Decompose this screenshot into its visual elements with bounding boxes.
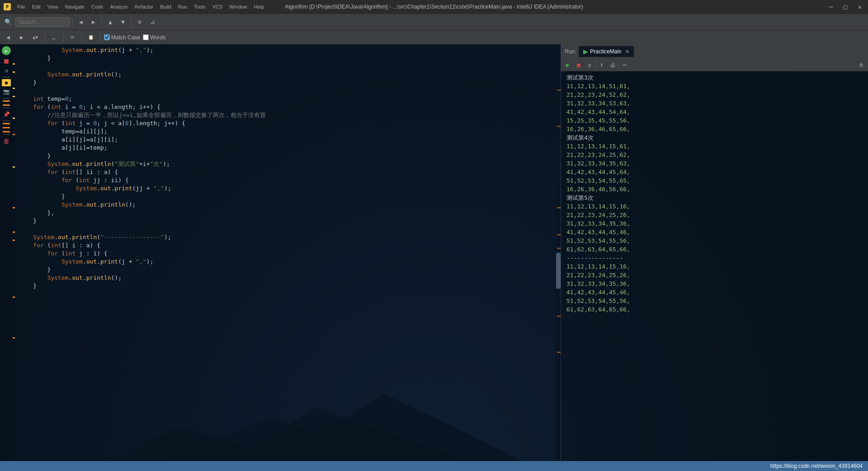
words-label: Words — [150, 34, 165, 41]
output-line: 11,12,13,14,15,16, — [566, 262, 863, 271]
output-line: 测试第4次 — [566, 133, 863, 142]
find-more-button[interactable]: … — [48, 32, 59, 43]
gutter-sep-3 — [3, 108, 10, 108]
mark-yellow-1 — [13, 63, 15, 65]
code-editor[interactable]: System.out.print(j + ","); } System.out.… — [15, 44, 555, 461]
bookmark-marker[interactable]: ■ — [2, 79, 11, 86]
find-format-button[interactable]: ⟳ — [67, 32, 78, 43]
run-button[interactable]: ▶ — [2, 46, 11, 55]
code-line-27: System.out.print(j + ","); — [19, 258, 552, 266]
words-checkbox[interactable] — [143, 34, 149, 40]
code-line-1: System.out.print(j + ","); — [19, 46, 552, 54]
delete-button[interactable]: 🗑 — [2, 137, 11, 146]
run-tab-close[interactable]: ✕ — [625, 49, 629, 55]
find-next-button[interactable]: ▶ — [16, 32, 27, 43]
run-restart-button[interactable]: ↺ — [585, 60, 594, 70]
code-line-11: temp=a[i][j]; — [19, 127, 552, 136]
find-separator-2 — [63, 33, 63, 42]
editor-scrollbar-track[interactable] — [556, 44, 561, 461]
words-option[interactable]: Words — [143, 34, 165, 41]
title-bar: P File Edit View Navigate Code Analyze R… — [0, 0, 868, 14]
code-line-20: System.out.println(); — [19, 201, 552, 209]
run-settings-button[interactable]: ⚙ — [856, 60, 866, 70]
run-panel-header: Run: ▶ PracticeMain ✕ — [561, 44, 868, 59]
code-line-9: //注意只能遍历一半，所以j<=i,如果全部遍历，则数据交换了两次，相当于没有置 — [19, 111, 552, 119]
run-softrap-button[interactable]: ↩ — [620, 60, 630, 70]
forward-button[interactable]: ▶ — [88, 17, 99, 28]
menu-run[interactable]: Run — [175, 4, 190, 9]
output-line: 测试第3次 — [566, 73, 863, 82]
editor-area: System.out.print(j + ","); } System.out.… — [13, 44, 561, 461]
menu-tools[interactable]: Tools — [191, 4, 208, 9]
code-line-29: System.out.println(); — [19, 274, 552, 282]
editor-scrollbar-thumb[interactable] — [556, 253, 561, 289]
rerun-button[interactable]: ↺ — [2, 66, 11, 75]
menu-refactor[interactable]: Refactor — [132, 4, 156, 9]
find-bar: ◀ ▶ ▲▼ … ⟳ 📋 Match Case Words — [0, 30, 868, 44]
output-line: 31,32,33,34,53,63, — [566, 99, 863, 108]
structure-button[interactable]: ≡ — [134, 17, 145, 28]
menu-vcs[interactable]: VCS — [210, 4, 226, 9]
match-case-option[interactable]: Match Case — [104, 34, 140, 41]
menu-build[interactable]: Build — [157, 4, 174, 9]
match-case-checkbox[interactable] — [104, 34, 110, 40]
code-line-7: int temp=0; — [19, 95, 552, 103]
menu-edit[interactable]: Edit — [29, 4, 43, 9]
output-line: 41,42,43,44,45,46, — [566, 228, 863, 236]
pin-button[interactable]: 📌 — [2, 110, 11, 119]
output-line: ---------------- — [566, 254, 863, 262]
code-line-4: System.out.println(); — [19, 71, 552, 79]
down-arrow-button[interactable]: ▼ — [118, 17, 128, 28]
run-print-button[interactable]: 🖨 — [608, 60, 618, 70]
maximize-button[interactable]: □ — [841, 3, 850, 10]
output-line: 31,32,33,34,35,36, — [566, 219, 863, 228]
menu-view[interactable]: View — [45, 4, 61, 9]
search-button[interactable]: 🔍 — [3, 17, 14, 28]
close-button[interactable]: ✕ — [855, 3, 864, 10]
run-stop-button[interactable]: ■ — [574, 60, 584, 70]
up-arrow-button[interactable]: ▲ — [105, 17, 116, 28]
find-prev-button[interactable]: ◀ — [3, 32, 14, 43]
code-line-18: System.out.print(jj + ","); — [19, 184, 552, 193]
find-separator-3 — [81, 33, 82, 42]
output-line: 21,22,23,24,52,62, — [566, 90, 863, 99]
menu-navigate[interactable]: Navigate — [62, 4, 87, 9]
code-line-15: System.out.println("测试第"+i+"次"); — [19, 160, 552, 168]
mark-yellow-3 — [13, 88, 15, 89]
run-rerun-button[interactable]: ▶ — [563, 60, 573, 70]
run-sep-2 — [618, 61, 619, 69]
code-line-5: } — [19, 79, 552, 87]
find-all-button[interactable]: ▲▼ — [30, 32, 41, 43]
mark-orange-6 — [13, 337, 15, 339]
find-separator-1 — [44, 33, 45, 42]
find-separator-4 — [100, 33, 100, 42]
mark-yellow-6 — [13, 166, 15, 168]
mark-orange-5 — [13, 297, 15, 298]
toolbar-search-input[interactable] — [15, 18, 70, 27]
menu-code[interactable]: Code — [89, 4, 106, 9]
find-scope-button[interactable]: 📋 — [85, 32, 96, 43]
output-line: 16,26,36,46,56,66, — [566, 185, 863, 193]
back-button[interactable]: ◀ — [75, 17, 86, 28]
menu-help[interactable]: Help — [251, 4, 267, 9]
output-line: 11,12,13,14,51,61, — [566, 82, 863, 90]
camera-button[interactable]: 📷 — [2, 87, 11, 96]
stop-button[interactable]: ■ — [2, 56, 11, 65]
menu-analyze[interactable]: Analyze — [107, 4, 130, 9]
code-line-13: a[j][i]=temp; — [19, 144, 552, 152]
output-line: 11,12,13,14,15,16, — [566, 202, 863, 211]
code-line-28: } — [19, 266, 552, 274]
orange-mark-2 — [3, 104, 10, 106]
run-output[interactable]: 测试第3次11,12,13,14,51,61,21,22,23,24,52,62… — [561, 71, 868, 461]
orange-mark-4 — [3, 127, 10, 128]
run-scroll-end-button[interactable]: ⬇ — [597, 60, 607, 70]
menu-file[interactable]: File — [14, 4, 28, 9]
code-line-24: System.out.println("----------------"); — [19, 233, 552, 241]
output-line: 11,12,13,14,15,61, — [566, 142, 863, 151]
run-tab-practice-main[interactable]: ▶ PracticeMain ✕ — [579, 46, 633, 57]
code-line-25: for (int[] i : a) { — [19, 241, 552, 250]
orange-mark-5 — [3, 131, 10, 132]
minimize-button[interactable]: ─ — [826, 3, 835, 10]
filter-button[interactable]: ⊿ — [147, 17, 158, 28]
menu-window[interactable]: Window — [226, 4, 250, 9]
